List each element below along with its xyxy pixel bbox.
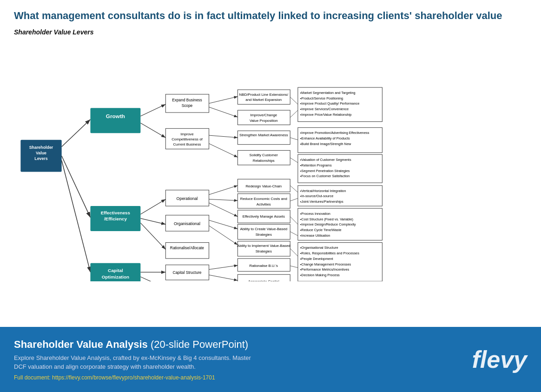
svg-text:•Increase Utilisation: •Increase Utilisation xyxy=(300,233,330,237)
svg-text:NBD/Product Line Extensions/: NBD/Product Line Extensions/ xyxy=(239,92,289,96)
svg-line-127 xyxy=(290,232,298,236)
svg-text:Appropriate Capital: Appropriate Capital xyxy=(248,279,279,281)
svg-text:and Market Expansion: and Market Expansion xyxy=(245,98,282,102)
svg-text:•Segment Penetration Strategie: •Segment Penetration Strategies xyxy=(300,168,350,173)
svg-text:Ability to Implement Value-Bas: Ability to Implement Value-Based xyxy=(237,244,290,248)
svg-text:Levers: Levers xyxy=(34,156,48,161)
svg-text:Redesign Value-Chain: Redesign Value-Chain xyxy=(245,184,282,188)
svg-text:•People Development: •People Development xyxy=(300,256,333,260)
diagram-label: Shareholder Value Levers xyxy=(14,28,527,36)
footer-title-bold: Shareholder Value Analysis xyxy=(14,339,148,350)
svg-text:•Enhance Availability of Produ: •Enhance Availability of Products xyxy=(300,136,350,140)
svg-text:Strategies: Strategies xyxy=(256,249,272,253)
svg-text:•Decision Making Process: •Decision Making Process xyxy=(300,273,340,277)
svg-line-68 xyxy=(140,277,165,281)
svg-line-25 xyxy=(209,96,238,103)
svg-line-124 xyxy=(290,186,298,193)
svg-rect-32 xyxy=(238,110,290,125)
svg-line-26 xyxy=(209,107,238,117)
svg-text:Rationalise B.U.'s: Rationalise B.U.'s xyxy=(250,263,278,267)
svg-text:Scope: Scope xyxy=(182,103,193,108)
svg-text:Competitiveness of: Competitiveness of xyxy=(172,137,203,141)
svg-text:Activities: Activities xyxy=(257,202,271,206)
svg-line-128 xyxy=(290,248,298,256)
diagram-area: Shareholder Value Levers Growth Effectiv… xyxy=(14,40,527,281)
svg-text:•Change Management Processes: •Change Management Processes xyxy=(300,262,351,266)
svg-rect-37 xyxy=(238,150,290,165)
svg-line-7 xyxy=(62,160,91,272)
svg-line-49 xyxy=(209,186,238,195)
svg-text:Strategies: Strategies xyxy=(256,232,272,236)
svg-text:•Process Innovation: •Process Innovation xyxy=(300,211,330,215)
svg-line-42 xyxy=(140,223,165,249)
svg-line-122 xyxy=(290,138,298,140)
footer-desc: Explore Shareholder Value Analysis, craf… xyxy=(14,353,472,372)
svg-text:Shareholder: Shareholder xyxy=(29,145,53,150)
svg-text:Improve/Change: Improve/Change xyxy=(250,113,277,117)
svg-text:Strengthen Market Awareness: Strengthen Market Awareness xyxy=(239,133,288,137)
footer-title: Shareholder Value Analysis (20-slide Pow… xyxy=(14,339,472,351)
svg-text:•Build Brand Image/Strength Ne: •Build Brand Image/Strength New xyxy=(300,141,351,146)
svg-text:•In-source/Out-source: •In-source/Out-source xyxy=(300,194,334,198)
slide-title: What management consultants do is in fac… xyxy=(14,9,527,23)
svg-line-5 xyxy=(62,119,91,146)
svg-text:Operational: Operational xyxy=(177,196,198,201)
svg-line-41 xyxy=(140,218,165,224)
svg-line-74 xyxy=(209,275,238,280)
svg-line-125 xyxy=(290,198,298,201)
footer-link[interactable]: Full document: https://flevy.com/browse/… xyxy=(14,374,472,381)
svg-rect-47 xyxy=(165,242,209,258)
svg-rect-29 xyxy=(238,90,290,104)
svg-text:•Roles, Responsibilities and P: •Roles, Responsibilities and Processes xyxy=(300,251,359,255)
svg-text:•Improve Design/Reduce Complex: •Improve Design/Reduce Complexity xyxy=(300,222,356,226)
svg-text:Current Business: Current Business xyxy=(173,142,201,146)
svg-line-17 xyxy=(140,123,165,137)
svg-line-16 xyxy=(140,104,165,116)
svg-line-120 xyxy=(290,97,298,104)
svg-text:Solidify Customer: Solidify Customer xyxy=(250,153,278,157)
footer-logo: flevy xyxy=(472,345,527,373)
svg-line-60 xyxy=(209,226,238,245)
svg-text:•Improve Product Quality/ Perf: •Improve Product Quality/ Performance xyxy=(300,101,359,106)
svg-line-121 xyxy=(290,110,298,118)
svg-line-59 xyxy=(209,220,238,229)
svg-text:•Joint-Ventures/Partnerships: •Joint-Ventures/Partnerships xyxy=(300,199,343,204)
svg-text:•Organisational Structure: •Organisational Structure xyxy=(300,246,338,250)
svg-text:Effectively Manage Assets: Effectively Manage Assets xyxy=(243,214,285,218)
slide-area: What management consultants do is in fac… xyxy=(0,0,541,327)
svg-text:Relationships: Relationships xyxy=(253,159,275,163)
svg-rect-8 xyxy=(90,108,140,133)
svg-text:Effectiveness: Effectiveness xyxy=(101,210,131,215)
svg-text:•Product/Service Positioning: •Product/Service Positioning xyxy=(300,96,343,100)
svg-text:•Valuation of Customer Segment: •Valuation of Customer Segments xyxy=(300,158,351,162)
main-container: What management consultants do is in fac… xyxy=(0,0,541,392)
svg-line-50 xyxy=(209,199,238,200)
svg-line-51 xyxy=(209,203,238,216)
svg-text:Ability to Create Value-Based: Ability to Create Value-Based xyxy=(240,227,287,231)
svg-line-40 xyxy=(140,199,165,214)
svg-text:•Improve Price/Value Relations: •Improve Price/Value Relationship xyxy=(300,112,352,116)
svg-line-129 xyxy=(290,266,298,267)
svg-text:•Focus on Customer Satisfactio: •Focus on Customer Satisfaction xyxy=(300,174,350,178)
svg-text:•Market Segmentation and Targe: •Market Segmentation and Targeting xyxy=(300,90,356,94)
svg-text:•Improve Promotion/Advertising: •Improve Promotion/Advertising Effective… xyxy=(300,131,369,135)
svg-text:Growth: Growth xyxy=(106,113,125,119)
svg-text:•Vertical/Horizontal Integrati: •Vertical/Horizontal Integration xyxy=(300,188,346,193)
svg-text:Improve: Improve xyxy=(180,132,193,136)
svg-text:•Performance Metrics/Incentive: •Performance Metrics/Incentives xyxy=(300,267,350,272)
svg-text:•Reduce Cycle Time/Waste: •Reduce Cycle Time/Waste xyxy=(300,228,342,232)
svg-line-126 xyxy=(290,216,298,224)
svg-text:Reduce Economic Costs and: Reduce Economic Costs and xyxy=(240,197,287,201)
svg-text:Rationalise/Allocate: Rationalise/Allocate xyxy=(170,246,205,250)
svg-line-28 xyxy=(209,143,238,157)
svg-text:Expand Business: Expand Business xyxy=(172,98,202,102)
svg-line-123 xyxy=(290,158,298,163)
footer-left: Shareholder Value Analysis (20-slide Pow… xyxy=(14,339,472,381)
footer: Shareholder Value Analysis (20-slide Pow… xyxy=(0,327,541,392)
svg-text:Organisational: Organisational xyxy=(174,221,200,226)
svg-line-73 xyxy=(209,265,238,269)
svg-text:Optimization: Optimization xyxy=(102,274,129,279)
svg-line-6 xyxy=(62,156,91,217)
svg-line-27 xyxy=(209,135,238,138)
svg-text:•Retention Programs: •Retention Programs xyxy=(300,163,332,167)
